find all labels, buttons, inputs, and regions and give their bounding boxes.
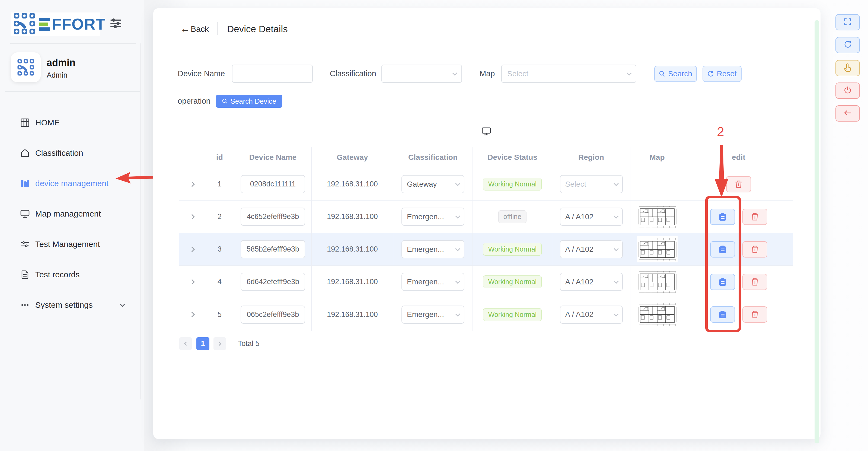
floor-plan-thumbnail[interactable] — [637, 204, 678, 230]
brand-logo: FFORT — [10, 12, 100, 36]
device-name-cell: 0208dc111111 — [235, 168, 312, 200]
classification-select[interactable] — [381, 65, 462, 83]
chevron-right-icon[interactable] — [189, 182, 195, 187]
classification-cell-select[interactable]: Emergen... — [401, 273, 464, 291]
pagination-next-button[interactable] — [214, 337, 226, 350]
device-name-cell-input[interactable]: 065c2efefff9e3b — [241, 305, 305, 324]
search-device-button[interactable]: Search Device — [216, 95, 282, 108]
device-name-cell-input[interactable]: 0208dc111111 — [241, 175, 305, 193]
device-tab[interactable] — [471, 125, 501, 138]
device-name-cell-input[interactable]: 585b2efefff9e3b — [241, 240, 305, 258]
back-arrow-icon[interactable]: ← — [180, 24, 190, 34]
gateway-cell: 192.168.31.100 — [312, 266, 393, 298]
chevron-right-icon[interactable] — [189, 247, 195, 252]
device-name-input[interactable] — [232, 65, 313, 83]
floor-plan-thumbnail[interactable] — [637, 301, 678, 328]
detail-button[interactable] — [710, 209, 735, 225]
detail-button[interactable] — [710, 274, 735, 290]
status-cell: Working Normal — [473, 233, 552, 265]
floor-plan-thumbnail[interactable] — [637, 269, 678, 295]
fullscreen-fab-button[interactable] — [835, 14, 860, 30]
trash-icon — [751, 213, 759, 221]
status-cell: offline — [473, 201, 552, 233]
id-cell: 5 — [205, 298, 235, 331]
hand-fab-button[interactable] — [835, 60, 860, 76]
gateway-cell: 192.168.31.100 — [312, 298, 393, 331]
column-header-edit: edit — [684, 147, 793, 168]
table-row: 24c652efefff9e3b192.168.31.100Emergen...… — [179, 201, 793, 233]
classification-cell-select[interactable]: Emergen... — [401, 305, 464, 324]
map-select[interactable]: Select — [501, 65, 637, 83]
expand-cell — [179, 201, 205, 233]
delete-button[interactable] — [742, 306, 767, 323]
status-badge: Working Normal — [483, 178, 542, 190]
sliders-icon — [20, 239, 30, 250]
status-badge: Working Normal — [483, 308, 542, 321]
delete-button[interactable] — [742, 241, 767, 258]
map-cell — [630, 168, 684, 200]
avatar[interactable] — [11, 52, 41, 82]
expand-cell — [179, 168, 205, 200]
chevron-right-icon[interactable] — [189, 214, 195, 219]
detail-button[interactable] — [710, 306, 735, 323]
collapse-sliders-icon[interactable] — [109, 17, 122, 31]
sidebar-item-test-records[interactable]: Test records — [0, 260, 140, 290]
map-cell — [630, 233, 684, 265]
sidebar-item-system-settings[interactable]: System settings — [0, 290, 140, 320]
detail-button[interactable] — [710, 241, 735, 258]
sidebar-item-device-management[interactable]: device management — [0, 168, 140, 199]
device-name-cell-input[interactable]: 6d642efefff9e3b — [241, 273, 305, 291]
floor-plan-thumbnail[interactable] — [637, 236, 678, 262]
edit-button-group — [710, 306, 767, 323]
app-root: FFORT — [0, 0, 868, 451]
arrow-left-icon — [844, 109, 852, 118]
device-library-icon — [20, 178, 30, 189]
arrow-left-fab-button[interactable] — [835, 105, 860, 122]
refresh-fab-button[interactable] — [835, 37, 860, 53]
scroll-strip[interactable] — [814, 20, 819, 443]
classification-cell-select[interactable]: Emergen... — [401, 240, 464, 258]
sidebar-item-classification[interactable]: Classification — [0, 138, 140, 168]
region-cell-select[interactable]: A / A102 — [560, 305, 623, 324]
region-cell-select[interactable]: A / A102 — [560, 240, 623, 258]
map-label: Map — [479, 65, 495, 83]
device-name-cell-input[interactable]: 4c652efefff9e3b — [241, 208, 305, 226]
back-button[interactable]: Back — [191, 24, 209, 34]
chevron-down-icon — [455, 214, 460, 218]
power-fab-button[interactable] — [835, 83, 860, 99]
chevron-down-icon — [455, 311, 460, 317]
search-button[interactable]: Search — [654, 66, 697, 82]
classification-value: Gateway — [407, 180, 437, 189]
device-name-cell: 4c652efefff9e3b — [235, 201, 312, 233]
region-cell-select[interactable]: A / A102 — [560, 208, 623, 226]
expand-cell — [179, 233, 205, 265]
pagination-page-1[interactable]: 1 — [196, 337, 209, 350]
sidebar-item-home[interactable]: HOME — [0, 108, 140, 138]
trash-icon — [751, 310, 759, 319]
chevron-left-icon — [184, 342, 188, 346]
column-header-id: id — [205, 147, 235, 168]
classification-cell-select[interactable]: Emergen... — [401, 208, 464, 226]
column-header-Map: Map — [630, 147, 684, 168]
classification-cell: Emergen... — [393, 298, 473, 331]
device-name-cell: 585b2efefff9e3b — [235, 233, 312, 265]
delete-button[interactable] — [742, 209, 767, 225]
sidebar-item-map-management[interactable]: Map management — [0, 199, 140, 229]
chevron-down-icon — [627, 70, 631, 76]
delete-button[interactable] — [742, 274, 767, 290]
fullscreen-icon — [844, 18, 852, 27]
edit-button-group — [726, 176, 751, 192]
sidebar-item-test-management[interactable]: Test Management — [0, 229, 140, 260]
pagination-prev-button[interactable] — [179, 337, 192, 350]
delete-button[interactable] — [726, 176, 751, 192]
reset-button[interactable]: Reset — [703, 66, 742, 82]
chevron-down-icon — [452, 70, 457, 76]
chevron-right-icon[interactable] — [189, 279, 195, 285]
map-cell — [630, 266, 684, 298]
chevron-right-icon[interactable] — [189, 312, 195, 317]
region-cell-select[interactable]: A / A102 — [560, 273, 623, 291]
region-cell-select[interactable]: Select — [560, 175, 623, 193]
classification-cell-select[interactable]: Gateway — [401, 175, 464, 193]
classification-cell: Emergen... — [393, 266, 473, 298]
expand-cell — [179, 298, 205, 331]
